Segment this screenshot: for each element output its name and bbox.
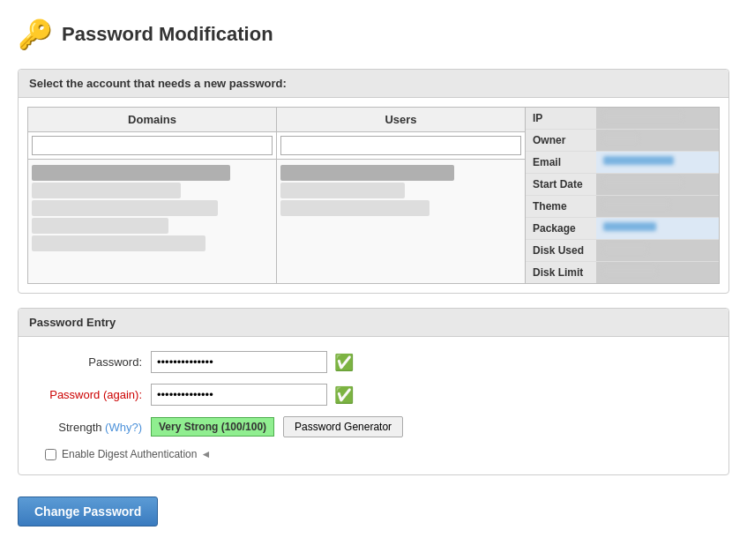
digest-label: Enable Digest Authentication xyxy=(62,448,197,460)
change-password-button[interactable]: Change Password xyxy=(18,497,158,526)
domains-header: Domains xyxy=(28,108,276,132)
info-label-ip: IP xyxy=(526,108,596,129)
domains-search-area xyxy=(28,132,276,160)
account-selector-section: Select the account that needs a new pass… xyxy=(18,69,729,294)
password-entry-header: Password Entry xyxy=(19,309,728,337)
info-label-diskused: Disk Used xyxy=(526,240,596,261)
info-value-package[interactable] xyxy=(596,218,719,239)
digest-checkbox[interactable] xyxy=(45,449,56,460)
info-row-theme: Theme xyxy=(526,196,719,218)
strength-value: Very Strong (100/100) xyxy=(151,417,274,437)
password-again-input[interactable] xyxy=(151,384,327,406)
list-item[interactable] xyxy=(280,200,430,216)
info-value-email[interactable] xyxy=(596,152,719,173)
list-item[interactable] xyxy=(32,165,230,181)
password-generator-button[interactable]: Password Generator xyxy=(283,416,403,437)
info-panel: IP Owner Email Start Date Theme xyxy=(526,107,720,284)
list-item[interactable] xyxy=(32,235,205,251)
list-item[interactable] xyxy=(280,165,454,181)
users-header: Users xyxy=(277,108,525,132)
info-row-ip: IP xyxy=(526,108,719,130)
users-search-input[interactable] xyxy=(280,136,521,155)
info-label-email: Email xyxy=(526,152,596,173)
password-again-check-icon: ✅ xyxy=(334,385,354,405)
password-again-row: Password (again): ✅ xyxy=(36,384,711,406)
page-icon: 🔑 xyxy=(18,18,53,51)
domains-search-input[interactable] xyxy=(32,136,273,155)
info-row-package: Package xyxy=(526,218,719,240)
account-selector-header: Select the account that needs a new pass… xyxy=(19,70,728,98)
why-link[interactable]: (Why?) xyxy=(105,421,142,434)
password-label: Password: xyxy=(36,355,151,369)
password-check-icon: ✅ xyxy=(334,353,354,372)
strength-row: Strength (Why?) Very Strong (100/100) Pa… xyxy=(36,416,711,437)
info-label-package: Package xyxy=(526,218,596,239)
password-row: Password: ✅ xyxy=(36,351,711,373)
password-entry-section: Password Entry Password: ✅ Password (aga… xyxy=(18,308,729,475)
info-row-disklimit: Disk Limit xyxy=(526,262,719,283)
info-value-disklimit xyxy=(596,262,719,283)
list-item[interactable] xyxy=(280,183,405,198)
domains-users-area: Domains Users xyxy=(27,107,526,284)
info-value-owner xyxy=(596,130,719,151)
info-row-diskused: Disk Used xyxy=(526,240,719,262)
list-item[interactable] xyxy=(32,200,218,216)
info-row-email: Email xyxy=(526,152,719,174)
password-again-label: Password (again): xyxy=(36,388,151,401)
password-input[interactable] xyxy=(151,351,327,373)
users-list[interactable] xyxy=(277,160,525,283)
list-item[interactable] xyxy=(32,183,181,198)
page-title: Password Modification xyxy=(62,23,273,46)
domains-list[interactable] xyxy=(28,160,276,283)
users-column: Users xyxy=(277,108,525,283)
info-label-disklimit: Disk Limit xyxy=(526,262,596,283)
page-header: 🔑 Password Modification xyxy=(18,18,729,51)
info-row-owner: Owner xyxy=(526,130,719,152)
digest-info-icon: ◄ xyxy=(200,448,211,460)
list-item[interactable] xyxy=(32,218,168,234)
info-label-owner: Owner xyxy=(526,130,596,151)
info-row-startdate: Start Date xyxy=(526,174,719,196)
account-selector: Domains Users xyxy=(27,107,720,284)
strength-label: Strength (Why?) xyxy=(36,421,151,434)
info-value-startdate xyxy=(596,174,719,195)
strength-text: Strength xyxy=(58,421,101,434)
info-value-diskused xyxy=(596,240,719,261)
password-entry-body: Password: ✅ Password (again): ✅ Strength… xyxy=(19,337,728,474)
info-value-ip xyxy=(596,108,719,129)
domains-column: Domains xyxy=(28,108,277,283)
info-label-theme: Theme xyxy=(526,196,596,217)
digest-row: Enable Digest Authentication ◄ xyxy=(45,448,711,460)
info-value-theme xyxy=(596,196,719,217)
users-search-area xyxy=(277,132,525,160)
info-label-startdate: Start Date xyxy=(526,174,596,195)
